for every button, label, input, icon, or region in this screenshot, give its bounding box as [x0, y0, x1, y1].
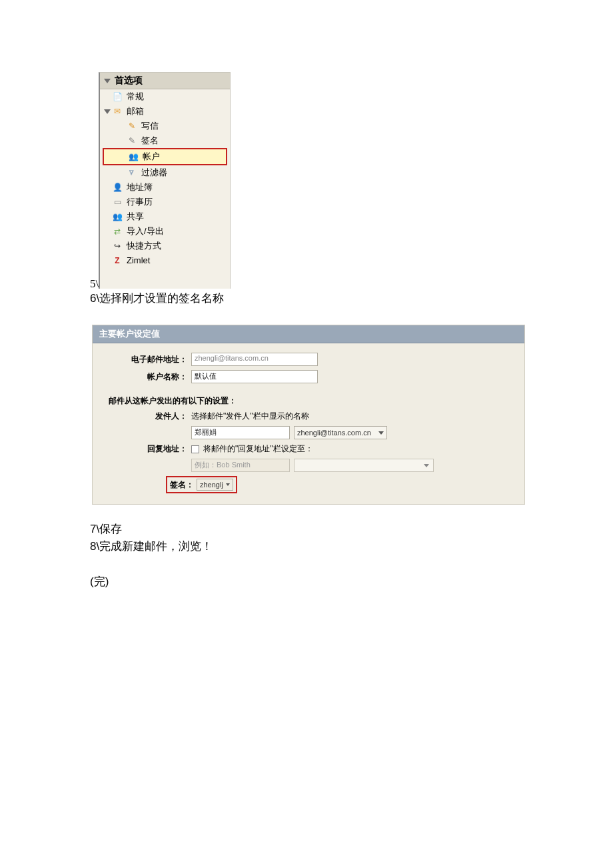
preferences-sidebar: 首选项 📄 常规 ✉ 邮箱 ✎ 写信 ✎ 签名 👥 帐户 — [99, 72, 231, 289]
sidebar-item-mailbox[interactable]: ✉ 邮箱 — [100, 104, 230, 119]
sidebar-header[interactable]: 首选项 — [100, 73, 230, 89]
sidebar-item-calendar[interactable]: ▭ 行事历 — [100, 195, 230, 209]
sidebar-item-label: 常规 — [127, 91, 144, 103]
envelope-icon: ✉ — [112, 106, 123, 117]
sidebar-item-label: 过滤器 — [141, 167, 167, 179]
sidebar-item-filter[interactable]: ⛛ 过滤器 — [100, 165, 230, 180]
checkbox-reply[interactable] — [191, 445, 199, 453]
step-6-text: 6\选择刚才设置的签名名称 — [90, 291, 613, 306]
sidebar-item-zimlet[interactable]: Z Zimlet — [100, 253, 230, 268]
chevron-down-icon — [226, 483, 230, 486]
contact-icon: 👤 — [112, 182, 123, 193]
sidebar-item-label: 邮箱 — [127, 105, 144, 117]
row-sender-inputs: 郑丽娟 zhengli@titans.com.cn — [106, 426, 511, 439]
row-sender-desc: 发件人： 选择邮件"发件人"栏中显示的名称 — [106, 411, 511, 422]
sidebar-item-label: 写信 — [141, 120, 159, 132]
label-sender: 发件人： — [106, 411, 191, 422]
input-account-name[interactable]: 默认值 — [191, 370, 318, 383]
after-steps: 7\保存 8\完成新建邮件，浏览！ — [90, 521, 613, 555]
sidebar-item-label: Zimlet — [127, 255, 150, 267]
label-email: 电子邮件地址： — [106, 354, 191, 365]
signature-icon: ✎ — [127, 135, 137, 146]
sidebar-item-account[interactable]: 👥 帐户 — [103, 148, 227, 165]
select-sender-email-value: zhengli@titans.com.cn — [297, 429, 371, 437]
zimlet-icon: Z — [112, 255, 123, 266]
row-signature: 签名： zhenglj — [106, 476, 511, 493]
chevron-down-icon — [378, 431, 384, 435]
page-icon: 📄 — [112, 91, 123, 102]
sidebar-item-label: 快捷方式 — [127, 240, 161, 252]
step-7-text: 7\保存 — [90, 521, 613, 538]
sidebar-item-label: 帐户 — [143, 151, 160, 163]
row-account-name: 帐户名称： 默认值 — [106, 370, 511, 383]
label-signature: 签名： — [170, 479, 194, 491]
filter-icon: ⛛ — [127, 167, 137, 178]
select-signature-value: zhenglj — [200, 481, 223, 489]
sidebar-item-label: 行事历 — [127, 196, 153, 208]
sidebar-header-label: 首选项 — [115, 75, 143, 87]
section-outgoing-header: 邮件从这帐户发出的有以下的设置： — [109, 395, 511, 407]
sender-description: 选择邮件"发件人"栏中显示的名称 — [191, 411, 309, 422]
sidebar-item-label: 导入/导出 — [127, 225, 164, 237]
chevron-down-icon — [424, 464, 429, 467]
input-sender-name[interactable]: 郑丽娟 — [191, 426, 290, 439]
reply-checkbox-text: 将邮件的"回复地址"栏设定至： — [203, 443, 313, 455]
preferences-sidebar-screenshot: 5\ 首选项 📄 常规 ✉ 邮箱 ✎ 写信 ✎ 签名 — [99, 72, 231, 289]
end-note: (完) — [90, 574, 613, 589]
expand-icon — [104, 109, 111, 114]
sidebar-item-general[interactable]: 📄 常规 — [100, 89, 230, 104]
input-email[interactable]: zhengli@titans.com.cn — [191, 353, 318, 366]
share-icon: 👥 — [112, 211, 123, 222]
sidebar-item-import-export[interactable]: ⇄ 导入/导出 — [100, 224, 230, 239]
sidebar-item-shortcut[interactable]: ↪ 快捷方式 — [100, 239, 230, 253]
sidebar-item-label: 共享 — [127, 211, 144, 223]
select-reply-email[interactable] — [294, 459, 434, 472]
import-export-icon: ⇄ — [112, 226, 123, 237]
sidebar-item-label: 地址簿 — [127, 181, 153, 193]
sidebar-item-compose[interactable]: ✎ 写信 — [100, 119, 230, 133]
sidebar-item-share[interactable]: 👥 共享 — [100, 209, 230, 224]
step-5-number: 5\ — [90, 277, 99, 291]
input-reply-name[interactable]: 例如：Bob Smith — [191, 459, 290, 472]
sidebar-item-address-book[interactable]: 👤 地址簿 — [100, 180, 230, 195]
label-account-name: 帐户名称： — [106, 371, 191, 383]
select-signature[interactable]: zhenglj — [197, 479, 233, 491]
select-sender-email[interactable]: zhengli@titans.com.cn — [294, 426, 387, 439]
sidebar-item-signature[interactable]: ✎ 签名 — [100, 133, 230, 148]
collapse-icon — [104, 79, 111, 83]
sidebar-item-label: 签名 — [141, 135, 159, 147]
row-reply-inputs: 例如：Bob Smith — [106, 459, 511, 472]
account-settings-panel: 主要帐户设定值 电子邮件地址： zhengli@titans.com.cn 帐户… — [92, 325, 525, 505]
row-reply: 回复地址： 将邮件的"回复地址"栏设定至： — [106, 443, 511, 455]
pencil-icon: ✎ — [127, 121, 137, 131]
shortcut-icon: ↪ — [112, 241, 123, 251]
account-icon: 👥 — [128, 151, 139, 162]
panel-title: 主要帐户设定值 — [93, 325, 524, 343]
row-email: 电子邮件地址： zhengli@titans.com.cn — [106, 353, 511, 366]
signature-highlight-box: 签名： zhenglj — [166, 476, 237, 493]
step-8-text: 8\完成新建邮件，浏览！ — [90, 538, 613, 555]
calendar-icon: ▭ — [112, 197, 123, 207]
label-reply: 回复地址： — [106, 443, 191, 455]
